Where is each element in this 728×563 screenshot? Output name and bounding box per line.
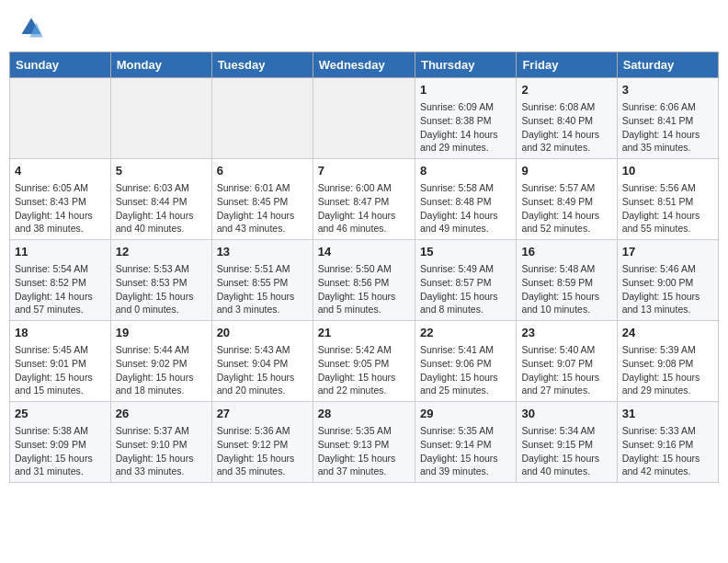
- day-info: Sunrise: 5:50 AM Sunset: 8:56 PM Dayligh…: [318, 262, 410, 316]
- day-number: 26: [116, 406, 207, 422]
- day-info: Sunrise: 5:46 AM Sunset: 9:00 PM Dayligh…: [622, 262, 713, 316]
- day-info: Sunrise: 5:33 AM Sunset: 9:16 PM Dayligh…: [622, 424, 713, 478]
- calendar-cell: 11Sunrise: 5:54 AM Sunset: 8:52 PM Dayli…: [10, 240, 111, 321]
- calendar-cell: 18Sunrise: 5:45 AM Sunset: 9:01 PM Dayli…: [10, 321, 111, 402]
- day-number: 31: [622, 406, 713, 422]
- week-row-4: 18Sunrise: 5:45 AM Sunset: 9:01 PM Dayli…: [10, 321, 719, 402]
- week-row-2: 4Sunrise: 6:05 AM Sunset: 8:43 PM Daylig…: [10, 159, 719, 240]
- day-number: 8: [420, 163, 511, 179]
- day-info: Sunrise: 5:49 AM Sunset: 8:57 PM Dayligh…: [420, 262, 511, 316]
- day-number: 28: [318, 406, 410, 422]
- day-info: Sunrise: 6:00 AM Sunset: 8:47 PM Dayligh…: [318, 181, 410, 236]
- day-info: Sunrise: 5:45 AM Sunset: 9:01 PM Dayligh…: [15, 343, 106, 397]
- calendar-cell: 31Sunrise: 5:33 AM Sunset: 9:16 PM Dayli…: [617, 402, 718, 483]
- calendar-cell: 26Sunrise: 5:37 AM Sunset: 9:10 PM Dayli…: [110, 402, 211, 483]
- day-info: Sunrise: 5:36 AM Sunset: 9:12 PM Dayligh…: [217, 424, 308, 478]
- calendar-cell: 3Sunrise: 6:06 AM Sunset: 8:41 PM Daylig…: [617, 78, 718, 159]
- calendar-cell: [313, 78, 415, 159]
- day-number: 23: [521, 325, 611, 341]
- day-number: 15: [420, 244, 511, 260]
- calendar-table: SundayMondayTuesdayWednesdayThursdayFrid…: [9, 52, 719, 483]
- day-number: 2: [521, 82, 611, 98]
- day-info: Sunrise: 5:34 AM Sunset: 9:15 PM Dayligh…: [521, 424, 611, 478]
- calendar-cell: 1Sunrise: 6:09 AM Sunset: 8:38 PM Daylig…: [415, 78, 516, 159]
- day-info: Sunrise: 5:57 AM Sunset: 8:49 PM Dayligh…: [521, 181, 611, 236]
- day-number: 4: [15, 163, 106, 179]
- day-number: 29: [420, 406, 511, 422]
- day-number: 16: [521, 244, 611, 260]
- calendar-cell: 29Sunrise: 5:35 AM Sunset: 9:14 PM Dayli…: [415, 402, 516, 483]
- calendar-cell: 4Sunrise: 6:05 AM Sunset: 8:43 PM Daylig…: [10, 159, 111, 240]
- day-number: 7: [318, 163, 410, 179]
- day-number: 11: [15, 244, 106, 260]
- day-info: Sunrise: 5:44 AM Sunset: 9:02 PM Dayligh…: [116, 343, 207, 397]
- calendar-cell: 7Sunrise: 6:00 AM Sunset: 8:47 PM Daylig…: [313, 159, 415, 240]
- day-number: 1: [420, 82, 511, 98]
- calendar-cell: 28Sunrise: 5:35 AM Sunset: 9:13 PM Dayli…: [313, 402, 415, 483]
- calendar-cell: 25Sunrise: 5:38 AM Sunset: 9:09 PM Dayli…: [10, 402, 111, 483]
- week-row-5: 25Sunrise: 5:38 AM Sunset: 9:09 PM Dayli…: [10, 402, 719, 483]
- day-number: 21: [318, 325, 410, 341]
- day-number: 18: [15, 325, 106, 341]
- calendar-cell: [10, 78, 111, 159]
- calendar-cell: 16Sunrise: 5:48 AM Sunset: 8:59 PM Dayli…: [517, 240, 617, 321]
- day-info: Sunrise: 5:58 AM Sunset: 8:48 PM Dayligh…: [420, 181, 511, 236]
- day-info: Sunrise: 5:35 AM Sunset: 9:14 PM Dayligh…: [420, 424, 511, 478]
- calendar-cell: 12Sunrise: 5:53 AM Sunset: 8:53 PM Dayli…: [110, 240, 211, 321]
- day-info: Sunrise: 5:56 AM Sunset: 8:51 PM Dayligh…: [622, 181, 713, 236]
- day-header-tuesday: Tuesday: [211, 52, 313, 78]
- day-info: Sunrise: 6:06 AM Sunset: 8:41 PM Dayligh…: [622, 100, 713, 155]
- calendar-cell: 8Sunrise: 5:58 AM Sunset: 8:48 PM Daylig…: [415, 159, 516, 240]
- day-number: 27: [217, 406, 308, 422]
- day-info: Sunrise: 5:40 AM Sunset: 9:07 PM Dayligh…: [521, 343, 611, 397]
- day-number: 20: [217, 325, 308, 341]
- day-number: 25: [15, 406, 106, 422]
- day-info: Sunrise: 5:43 AM Sunset: 9:04 PM Dayligh…: [217, 343, 308, 397]
- calendar-cell: 19Sunrise: 5:44 AM Sunset: 9:02 PM Dayli…: [110, 321, 211, 402]
- logo: [18, 15, 48, 40]
- calendar-cell: 30Sunrise: 5:34 AM Sunset: 9:15 PM Dayli…: [517, 402, 617, 483]
- day-number: 13: [217, 244, 308, 260]
- calendar-cell: 23Sunrise: 5:40 AM Sunset: 9:07 PM Dayli…: [517, 321, 617, 402]
- page-header: [9, 9, 719, 46]
- day-info: Sunrise: 5:38 AM Sunset: 9:09 PM Dayligh…: [15, 424, 106, 478]
- day-info: Sunrise: 5:42 AM Sunset: 9:05 PM Dayligh…: [318, 343, 410, 397]
- calendar-cell: 14Sunrise: 5:50 AM Sunset: 8:56 PM Dayli…: [313, 240, 415, 321]
- calendar-cell: 22Sunrise: 5:41 AM Sunset: 9:06 PM Dayli…: [415, 321, 516, 402]
- day-number: 17: [622, 244, 713, 260]
- calendar-cell: 17Sunrise: 5:46 AM Sunset: 9:00 PM Dayli…: [617, 240, 718, 321]
- calendar-cell: [211, 78, 313, 159]
- day-number: 30: [521, 406, 611, 422]
- calendar-cell: 27Sunrise: 5:36 AM Sunset: 9:12 PM Dayli…: [211, 402, 313, 483]
- calendar-cell: 13Sunrise: 5:51 AM Sunset: 8:55 PM Dayli…: [211, 240, 313, 321]
- day-number: 5: [116, 163, 207, 179]
- day-info: Sunrise: 5:54 AM Sunset: 8:52 PM Dayligh…: [15, 262, 106, 316]
- day-number: 12: [116, 244, 207, 260]
- day-header-thursday: Thursday: [415, 52, 516, 78]
- calendar-cell: 10Sunrise: 5:56 AM Sunset: 8:51 PM Dayli…: [617, 159, 718, 240]
- day-header-friday: Friday: [517, 52, 617, 78]
- calendar-cell: 9Sunrise: 5:57 AM Sunset: 8:49 PM Daylig…: [517, 159, 617, 240]
- day-header-sunday: Sunday: [10, 52, 111, 78]
- day-number: 14: [318, 244, 410, 260]
- day-info: Sunrise: 6:08 AM Sunset: 8:40 PM Dayligh…: [521, 100, 611, 155]
- day-header-row: SundayMondayTuesdayWednesdayThursdayFrid…: [10, 52, 719, 78]
- day-info: Sunrise: 5:41 AM Sunset: 9:06 PM Dayligh…: [420, 343, 511, 397]
- calendar-cell: 24Sunrise: 5:39 AM Sunset: 9:08 PM Dayli…: [617, 321, 718, 402]
- day-info: Sunrise: 6:09 AM Sunset: 8:38 PM Dayligh…: [420, 100, 511, 155]
- calendar-cell: [110, 78, 211, 159]
- day-info: Sunrise: 5:35 AM Sunset: 9:13 PM Dayligh…: [318, 424, 410, 478]
- calendar-cell: 6Sunrise: 6:01 AM Sunset: 8:45 PM Daylig…: [211, 159, 313, 240]
- week-row-1: 1Sunrise: 6:09 AM Sunset: 8:38 PM Daylig…: [10, 78, 719, 159]
- day-info: Sunrise: 5:48 AM Sunset: 8:59 PM Dayligh…: [521, 262, 611, 316]
- week-row-3: 11Sunrise: 5:54 AM Sunset: 8:52 PM Dayli…: [10, 240, 719, 321]
- day-info: Sunrise: 6:01 AM Sunset: 8:45 PM Dayligh…: [217, 181, 308, 236]
- day-info: Sunrise: 5:37 AM Sunset: 9:10 PM Dayligh…: [116, 424, 207, 478]
- calendar-cell: 5Sunrise: 6:03 AM Sunset: 8:44 PM Daylig…: [110, 159, 211, 240]
- day-number: 22: [420, 325, 511, 341]
- day-number: 19: [116, 325, 207, 341]
- day-number: 9: [521, 163, 611, 179]
- day-header-monday: Monday: [110, 52, 211, 78]
- day-number: 24: [622, 325, 713, 341]
- day-info: Sunrise: 5:39 AM Sunset: 9:08 PM Dayligh…: [622, 343, 713, 397]
